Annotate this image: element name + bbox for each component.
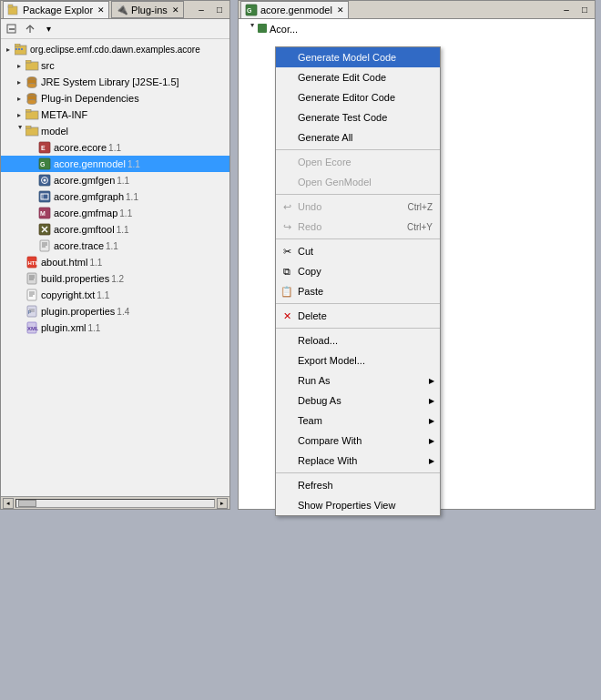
genmodel-editor-panel: G acore.genmodel ✕ – □ ▸ Aco — [238, 0, 596, 510]
tree-item-about-html[interactable]: ▸ HTML about.html 1.1 — [1, 254, 229, 270]
menu-item-reload[interactable]: Reload... — [276, 330, 440, 350]
tree-item-acore-ecore[interactable]: ▸ E acore.ecore 1.1 — [1, 139, 229, 156]
svg-rect-45 — [27, 289, 36, 300]
scroll-left-btn[interactable]: ◂ — [3, 498, 14, 509]
menu-item-cut[interactable]: ✂ Cut — [276, 241, 440, 261]
menu-item-generate-all[interactable]: Generate All — [276, 127, 440, 147]
menu-label-generate-all: Generate All — [298, 132, 353, 143]
menu-item-refresh[interactable]: Refresh — [276, 475, 440, 495]
menu-item-run-as[interactable]: Run As ▶ — [276, 370, 440, 391]
right-content-area: ▸ Acor... Generate Model Code Generate E… — [239, 19, 595, 509]
scroll-right-btn[interactable]: ▸ — [217, 498, 228, 509]
expand-src[interactable]: ▸ — [14, 60, 25, 71]
menu-item-generate-editor-code[interactable]: Generate Editor Code — [276, 87, 440, 107]
tab-package-explorer-label: Package Explor — [23, 5, 93, 15]
tree-item-acore-genmodel[interactable]: ▸ G acore.genmodel 1.1 — [1, 156, 229, 172]
jar-icon-jre — [25, 75, 39, 89]
tab-plugins-close[interactable]: ✕ — [172, 5, 179, 15]
paste-icon: 📋 — [280, 284, 294, 299]
right-tree-root[interactable]: ▸ Acor... — [242, 21, 591, 37]
html-icon: HTML — [25, 255, 39, 269]
svg-point-28 — [44, 179, 46, 182]
package-explorer-icon — [7, 4, 20, 16]
menu-label-open-genmodel: Open GenModel — [298, 177, 372, 188]
menu-label-copy: Copy — [298, 266, 321, 277]
version-acore-ecore: 1.1 — [108, 143, 121, 153]
collapse-all-btn[interactable] — [4, 21, 20, 37]
tab-acore-genmodel[interactable]: G acore.genmodel ✕ — [240, 1, 349, 18]
view-menu-btn[interactable]: ▾ — [40, 21, 56, 37]
tab-package-explorer[interactable]: Package Explor ✕ — [3, 1, 109, 18]
svg-rect-20 — [25, 127, 38, 136]
expand-model[interactable]: ▸ — [14, 126, 25, 137]
gmfmap-icon: M — [37, 206, 52, 220]
minimize-left-btn[interactable]: – — [193, 2, 209, 18]
tree-label-model: model — [41, 126, 68, 137]
left-tab-bar: Package Explor ✕ 🔌 Plug-ins ✕ – □ — [1, 1, 229, 19]
tree-item-plugin-dep[interactable]: ▸ Plug-in Dependencies — [1, 90, 229, 107]
tree-item-acore-gmfgen[interactable]: ▸ acore.gmfgen 1.1 — [1, 172, 229, 188]
tree-label-plugin-dep: Plug-in Dependencies — [41, 93, 139, 104]
maximize-right-btn[interactable]: □ — [576, 2, 593, 18]
scroll-track[interactable] — [15, 499, 215, 508]
svg-text:E: E — [41, 145, 46, 151]
menu-label-compare-with: Compare With — [298, 435, 362, 446]
tree-item-plugin-xml[interactable]: ▸ XML plugin.xml 1.1 — [1, 320, 229, 336]
left-scrollbar: ◂ ▸ — [1, 496, 229, 509]
tab-plugins-label: Plug-ins — [131, 5, 168, 15]
menu-item-generate-test-code[interactable]: Generate Test Code — [276, 107, 440, 127]
tree-item-build-properties[interactable]: ▸ build.properties 1.2 — [1, 270, 229, 287]
version-acore-gmfgen: 1.1 — [117, 176, 129, 186]
menu-item-replace-with[interactable]: Replace With ▶ — [276, 451, 440, 471]
version-acore-trace: 1.1 — [106, 241, 118, 251]
txt-icon — [25, 288, 39, 302]
maximize-left-btn[interactable]: □ — [211, 2, 228, 18]
svg-text:HTML: HTML — [28, 260, 39, 266]
tree-item-acore-gmfmap[interactable]: ▸ M acore.gmfmap 1.1 — [1, 205, 229, 221]
tree-item-meta-inf[interactable]: ▸ META-INF — [1, 107, 229, 123]
menu-label-export-model: Export Model... — [298, 355, 365, 366]
expand-root[interactable]: ▸ — [3, 44, 14, 55]
minimize-right-btn[interactable]: – — [558, 2, 575, 18]
redo-shortcut: Ctrl+Y — [392, 222, 433, 232]
menu-sep-2 — [276, 194, 440, 195]
menu-item-show-properties[interactable]: Show Properties View — [276, 495, 440, 515]
tree-item-acore-gmftool[interactable]: ▸ acore.gmftool 1.1 — [1, 221, 229, 238]
menu-item-export-model[interactable]: Export Model... — [276, 350, 440, 370]
menu-item-generate-model-code[interactable]: Generate Model Code — [276, 47, 440, 67]
menu-item-copy[interactable]: ⧉ Copy — [276, 261, 440, 281]
tab-genmodel-close[interactable]: ✕ — [337, 5, 344, 15]
menu-item-team[interactable]: Team ▶ — [276, 411, 440, 431]
tab-plugins[interactable]: 🔌 Plug-ins ✕ — [111, 1, 184, 18]
version-plugin-prop: 1.4 — [117, 307, 129, 317]
tree-item-copyright[interactable]: ▸ copyright.txt 1.1 — [1, 287, 229, 303]
tree-item-acore-trace[interactable]: ▸ acore.trace 1.1 — [1, 238, 229, 254]
tree-item-acore-gmfgraph[interactable]: ▸ acore.gmfgraph 1.1 — [1, 188, 229, 205]
menu-item-paste[interactable]: 📋 Paste — [276, 281, 440, 301]
tree-item-jre[interactable]: ▸ JRE System Library [J2SE-1.5] — [1, 74, 229, 90]
menu-item-debug-as[interactable]: Debug As ▶ — [276, 391, 440, 411]
copy-icon: ⧉ — [280, 264, 294, 279]
left-toolbar: ▾ — [1, 19, 229, 39]
link-editor-btn[interactable] — [22, 21, 38, 37]
menu-sep-6 — [276, 472, 440, 473]
undo-icon: ↩ — [280, 199, 294, 214]
menu-item-compare-with[interactable]: Compare With ▶ — [276, 431, 440, 451]
tab-package-explorer-close[interactable]: ✕ — [97, 5, 105, 15]
package-explorer-tree[interactable]: ▸ org.eclipse.emf.cdo.dawn.examples.acor… — [1, 39, 229, 496]
tree-item-plugin-prop[interactable]: ▸ P plugin.properties 1.4 — [1, 303, 229, 320]
menu-item-open-ecore: Open Ecore — [276, 152, 440, 172]
tree-item-model[interactable]: ▸ model — [1, 123, 229, 139]
tree-item-src[interactable]: ▸ src — [1, 57, 229, 74]
tree-item-root[interactable]: ▸ org.eclipse.emf.cdo.dawn.examples.acor… — [1, 41, 229, 57]
right-tree-icon — [257, 23, 268, 36]
menu-label-show-properties: Show Properties View — [298, 500, 395, 511]
menu-item-generate-edit-code[interactable]: Generate Edit Code — [276, 67, 440, 87]
expand-plugin-dep[interactable]: ▸ — [14, 93, 25, 104]
expand-meta-inf[interactable]: ▸ — [14, 109, 25, 120]
expand-jre[interactable]: ▸ — [14, 76, 25, 87]
menu-label-generate-editor-code: Generate Editor Code — [298, 92, 395, 103]
expand-right-root[interactable]: ▸ — [246, 24, 257, 35]
tree-label-meta-inf: META-INF — [41, 109, 87, 120]
menu-item-delete[interactable]: ✕ Delete — [276, 306, 440, 326]
